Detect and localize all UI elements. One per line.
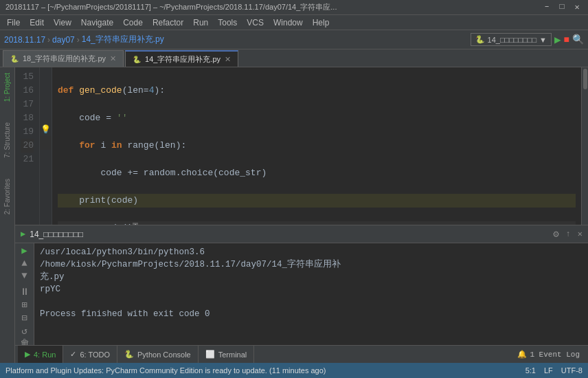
dropdown-icon: ▼ bbox=[539, 36, 547, 44]
run-left-tools: ▶ ▲ ▼ ⏸ ⊞ ⊟ ↺ 🗑 bbox=[15, 243, 34, 345]
menu-item-help[interactable]: Help bbox=[308, 16, 334, 29]
bottom-tab-run[interactable]: ▶ 4: Run bbox=[18, 346, 63, 364]
sidebar-item-favorites[interactable]: 2: Favorites bbox=[2, 176, 12, 217]
bottom-tabs: ▶ 4: Run ✓ 6: TODO 🐍 Python Console ⬜ Te… bbox=[15, 345, 588, 363]
breadcrumb-file[interactable]: 14_字符串应用补充.py bbox=[82, 34, 164, 45]
close-button[interactable]: ✕ bbox=[572, 2, 583, 12]
menu-item-window[interactable]: Window bbox=[269, 16, 307, 29]
tab-close-button[interactable]: ✕ bbox=[110, 54, 116, 63]
main-area: 1: Project 7: Structure 2: Favorites 15 … bbox=[0, 67, 588, 363]
stop-button[interactable]: ■ bbox=[564, 34, 569, 45]
run-panel-expand-button[interactable]: ↑ bbox=[566, 230, 571, 239]
cursor-position: 5:1 bbox=[525, 366, 536, 375]
tab-18[interactable]: 🐍 18_字符串应用的补充.py ✕ bbox=[3, 50, 124, 67]
run-panel: ▶ 14_□□□□□□□□ ⚙ ↑ ✕ ▶ ▲ ▼ ⏸ ⊞ ⊟ ↺ 🗑 bbox=[15, 225, 588, 345]
menu-bar: FileEditViewNavigateCodeRefactorRunTools… bbox=[0, 15, 588, 30]
sidebar-item-structure[interactable]: 7: Structure bbox=[2, 120, 12, 161]
run-output: /usr/local/python3/bin/python3.6 /home/k… bbox=[34, 243, 588, 345]
run-pause-button[interactable]: ⏸ bbox=[17, 287, 32, 298]
run-output-process: Process finished with exit code 0 bbox=[40, 308, 583, 320]
breadcrumb-project[interactable]: 2018.11.17 bbox=[4, 35, 45, 45]
run-tool-5[interactable]: ↺ bbox=[17, 325, 32, 337]
run-tab-label: 4: Run bbox=[34, 351, 56, 359]
line-numbers: 15 16 17 18 19 20 21 bbox=[15, 67, 40, 225]
run-play-button[interactable]: ▶ bbox=[17, 245, 32, 256]
menu-item-file[interactable]: File bbox=[3, 16, 24, 29]
gutter: 💡 bbox=[40, 67, 52, 225]
run-tool-4[interactable]: ⊟ bbox=[17, 312, 32, 324]
status-right: 5:1 LF UTF-8 bbox=[525, 366, 583, 375]
sidebar-item-project[interactable]: 1: Project bbox=[2, 70, 12, 104]
run-panel-icon: ▶ bbox=[21, 229, 25, 239]
title-text: 20181117 – [~/PycharmProjects/20181117] … bbox=[5, 2, 337, 12]
run-config-label: 14_□□□□□□□□ bbox=[488, 36, 537, 44]
run-config-icon: 🐍 bbox=[475, 35, 485, 44]
nav-bar: 2018.11.17 › day07 › 14_字符串应用补充.py 🐍 14_… bbox=[0, 30, 588, 49]
menu-item-navigate[interactable]: Navigate bbox=[77, 16, 117, 29]
python-console-icon: 🐍 bbox=[124, 350, 134, 359]
run-output-line-4: rpYC bbox=[40, 283, 583, 296]
run-panel-close-button[interactable]: ✕ bbox=[578, 229, 583, 239]
menu-item-view[interactable]: View bbox=[49, 16, 76, 29]
run-down-button[interactable]: ▼ bbox=[17, 270, 32, 281]
breadcrumb-dir[interactable]: day07 bbox=[52, 35, 75, 45]
terminal-icon: ⬜ bbox=[205, 350, 215, 359]
run-output-line-3: 充.py bbox=[40, 271, 583, 283]
menu-item-code[interactable]: Code bbox=[119, 16, 147, 29]
search-button[interactable]: 🔍 bbox=[572, 34, 584, 45]
minimize-button[interactable]: – bbox=[541, 2, 552, 12]
run-panel-settings-button[interactable]: ⚙ bbox=[553, 228, 558, 240]
menu-item-tools[interactable]: Tools bbox=[214, 16, 241, 29]
window-controls: – □ ✕ bbox=[541, 2, 583, 12]
run-panel-header: ▶ 14_□□□□□□□□ ⚙ ↑ ✕ bbox=[15, 225, 588, 243]
bottom-tab-terminal[interactable]: ⬜ Terminal bbox=[199, 346, 255, 364]
bottom-tab-python-console[interactable]: 🐍 Python Console bbox=[117, 346, 199, 364]
tab-label-active: 14_字符串应用补充.py bbox=[145, 54, 220, 65]
warning-gutter-icon: 💡 bbox=[40, 122, 52, 136]
run-content-area: ▶ ▲ ▼ ⏸ ⊞ ⊟ ↺ 🗑 /usr/local/python3/bin/p… bbox=[15, 243, 588, 345]
line-separator: LF bbox=[544, 366, 553, 375]
encoding: UTF-8 bbox=[561, 366, 583, 375]
event-log-label[interactable]: 1 Event Log bbox=[530, 351, 580, 359]
tab-14[interactable]: 🐍 14_字符串应用补充.py ✕ bbox=[125, 50, 238, 67]
tab-icon: 🐍 bbox=[10, 55, 19, 63]
left-sidebar: 1: Project 7: Structure 2: Favorites bbox=[0, 67, 15, 363]
event-log-area: 🔔 1 Event Log bbox=[517, 350, 585, 359]
editor-tabs: 🐍 18_字符串应用的补充.py ✕ 🐍 14_字符串应用补充.py ✕ bbox=[0, 49, 588, 67]
run-config-dropdown[interactable]: 🐍 14_□□□□□□□□ ▼ bbox=[471, 33, 552, 46]
status-text: Platform and Plugin Updates: PyCharm Com… bbox=[5, 366, 326, 375]
maximize-button[interactable]: □ bbox=[556, 2, 567, 12]
code-content[interactable]: def gen_code(len=4): code = '' for i in … bbox=[52, 67, 581, 225]
code-editor: 15 16 17 18 19 20 21 💡 def gen_code(len=… bbox=[15, 67, 588, 363]
menu-item-vcs[interactable]: VCS bbox=[242, 16, 268, 29]
breadcrumb: 2018.11.17 › day07 › 14_字符串应用补充.py bbox=[4, 34, 164, 45]
python-console-label: Python Console bbox=[137, 351, 191, 359]
menu-item-run[interactable]: Run bbox=[189, 16, 212, 29]
tab-close-active-button[interactable]: ✕ bbox=[225, 55, 231, 64]
run-output-line-1: /usr/local/python3/bin/python3.6 bbox=[40, 246, 583, 258]
run-trash-button[interactable]: 🗑 bbox=[17, 338, 32, 345]
bottom-tab-todo[interactable]: ✓ 6: TODO bbox=[63, 346, 117, 364]
run-panel-title: 14_□□□□□□□□ bbox=[30, 230, 83, 239]
run-tab-icon: ▶ bbox=[25, 350, 30, 359]
title-bar: 20181117 – [~/PycharmProjects/20181117] … bbox=[0, 0, 588, 15]
todo-tab-label: 6: TODO bbox=[80, 351, 110, 359]
run-config-area: 🐍 14_□□□□□□□□ ▼ ▶ ■ 🔍 bbox=[471, 33, 584, 47]
run-up-button[interactable]: ▲ bbox=[17, 258, 32, 269]
run-button[interactable]: ▶ bbox=[554, 33, 561, 47]
run-output-line-2: /home/kiosk/PycharmProjects/2018.11.17/d… bbox=[40, 258, 583, 271]
code-area: 15 16 17 18 19 20 21 💡 def gen_code(len=… bbox=[15, 67, 588, 225]
status-bar: Platform and Plugin Updates: PyCharm Com… bbox=[0, 363, 588, 378]
tab-icon-active: 🐍 bbox=[133, 56, 141, 63]
event-log-icon: 🔔 bbox=[517, 350, 527, 359]
todo-tab-icon: ✓ bbox=[70, 350, 76, 359]
editor-scrollbar[interactable] bbox=[581, 67, 588, 225]
menu-item-refactor[interactable]: Refactor bbox=[148, 16, 188, 29]
terminal-label: Terminal bbox=[218, 351, 247, 359]
tab-label: 18_字符串应用的补充.py bbox=[23, 54, 106, 64]
menu-item-edit[interactable]: Edit bbox=[25, 16, 48, 29]
run-tool-3[interactable]: ⊞ bbox=[17, 299, 32, 311]
